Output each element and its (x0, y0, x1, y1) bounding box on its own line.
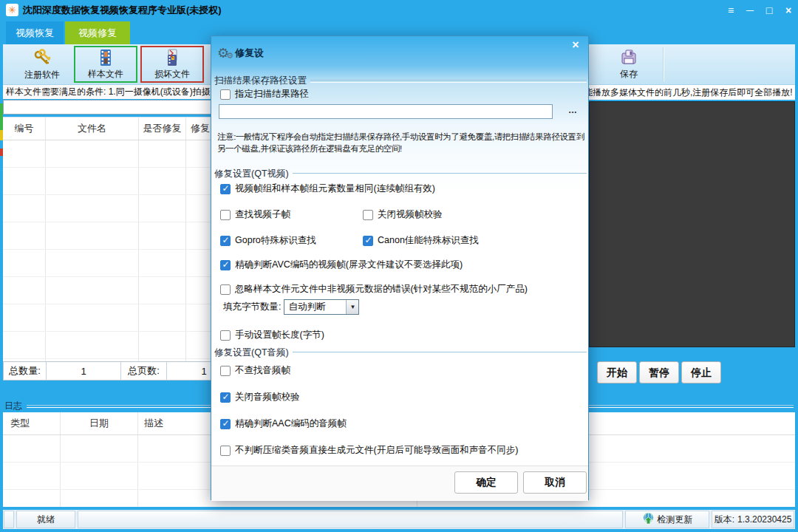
find-subframe-option[interactable]: 查找视频子帧 (220, 208, 290, 221)
canon-marker-option[interactable]: Canon佳能特殊标识查找 (363, 234, 479, 247)
avc-precise-option[interactable]: 精确判断AVC编码的视频帧(屏录文件建议不要选择此项) (220, 259, 463, 271)
start-button[interactable]: 开始 (597, 361, 637, 383)
scan-path-input[interactable] (219, 104, 553, 119)
ignore-meta-error-option[interactable]: 忽略样本文件元文件中非视频元数据的错误(针对某些不规范的小厂产品) (220, 283, 528, 296)
checkbox-label: 精确判断AAC编码的音频帧 (235, 417, 347, 430)
total-pages-label: 总页数: (121, 362, 167, 380)
window-controls: ≡ ─ □ × (721, 4, 798, 16)
manual-frame-length-option[interactable]: 手动设置帧长度(字节) (220, 329, 324, 341)
checkbox-label: Gopro特殊标识查找 (235, 234, 316, 247)
fill-bytes-select[interactable]: 自动判断 ▼ (284, 299, 359, 315)
checkbox-label: 视频帧组和样本帧组元素数量相同(连续帧组有效) (235, 183, 435, 195)
dialog-title: 修复设 (235, 47, 264, 60)
globe-update-icon (642, 512, 655, 527)
checkbox[interactable] (220, 184, 231, 194)
checkbox[interactable] (220, 392, 231, 403)
chevron-down-icon[interactable]: ▼ (346, 300, 358, 314)
version-cell: 版本: 1.3.20230425 (712, 511, 794, 528)
checkbox-label: 忽略样本文件元文件中非视频元数据的错误(针对某些不规范的小厂产品) (235, 283, 528, 296)
col-header-filename: 文件名 (46, 117, 139, 140)
checkbox[interactable] (363, 210, 373, 220)
checkbox[interactable] (220, 89, 231, 100)
checkbox-label: 精确判断AVC编码的视频帧(屏录文件建议不要选择此项) (235, 259, 463, 271)
sample-file-label: 样本文件 (88, 68, 123, 81)
total-count-value: 1 (47, 362, 121, 380)
tab-video-repair[interactable]: 视频修复 (65, 21, 130, 44)
frame-group-equal-option[interactable]: 视频帧组和样本帧组元素数量相同(连续帧组有效) (220, 183, 435, 195)
checkbox-label: 指定扫描结果路径 (235, 88, 309, 100)
dialog-close-icon[interactable]: × (567, 38, 584, 52)
maximize-button[interactable]: □ (760, 4, 779, 16)
browse-button[interactable]: … (565, 106, 581, 117)
close-button[interactable]: × (779, 4, 798, 16)
damaged-file-button[interactable]: 损坏文件 (140, 46, 204, 83)
video-settings-group-caption: 修复设置(QT视频) (214, 168, 587, 180)
playback-notice: 能播放多媒体文件的前几秒,注册保存后即可全部播放! (589, 85, 795, 100)
scan-path-group-caption: 扫描结果保存路径设置 (214, 75, 587, 87)
status-bar: 就绪 检测更新 版本: 1.3.20230425 (3, 510, 795, 529)
stop-button[interactable]: 停止 (681, 361, 721, 383)
pause-button[interactable]: 暂停 (639, 361, 679, 383)
aac-precise-option[interactable]: 精确判断AAC编码的音频帧 (220, 417, 347, 430)
check-update-label: 检测更新 (658, 514, 693, 526)
checkbox[interactable] (220, 236, 231, 246)
check-update-button[interactable]: 检测更新 (625, 511, 709, 528)
film-icon (97, 49, 115, 66)
damaged-file-label: 损坏文件 (154, 68, 190, 81)
gopro-marker-option[interactable]: Gopro特殊标识查找 (220, 234, 316, 247)
disable-video-verify-option[interactable]: 关闭视频帧校验 (363, 208, 443, 221)
toolbar-separator (663, 47, 664, 81)
register-software-button[interactable]: 注册软件 (10, 46, 74, 83)
save-label: 保存 (620, 68, 638, 81)
checkbox[interactable] (363, 236, 373, 246)
col-header-repaired: 是否修复 (139, 117, 186, 140)
col-header-number: 编号 (3, 117, 46, 140)
checkbox[interactable] (220, 419, 231, 429)
fill-bytes-label: 填充字节数量: (223, 301, 281, 313)
log-col-date: 日期 (61, 412, 138, 434)
checkbox[interactable] (220, 330, 231, 341)
keys-icon (33, 48, 52, 67)
checkbox[interactable] (220, 260, 231, 270)
app-logo-icon: ✳ (6, 4, 18, 16)
log-panel-title: 日志 (4, 400, 22, 412)
menu-icon[interactable]: ≡ (721, 4, 740, 16)
checkbox[interactable] (220, 210, 231, 220)
version-value: 1.3.20230425 (737, 514, 791, 525)
checkbox-label: 不判断压缩类音频直接生成元文件(开启后可能导致画面和声音不同步) (235, 444, 518, 457)
log-col-type: 类型 (3, 412, 61, 434)
left-edge-mark-green (0, 103, 3, 130)
checkbox[interactable] (220, 284, 231, 295)
video-preview-area (589, 101, 795, 347)
checkbox-label: Canon佳能特殊标识查找 (378, 234, 479, 247)
total-count-label: 总数量: (4, 362, 47, 380)
fill-bytes-value: 自动判断 (288, 301, 325, 312)
left-edge-mark-red (0, 149, 3, 156)
register-software-label: 注册软件 (24, 69, 60, 81)
no-compressed-audio-option[interactable]: 不判断压缩类音频直接生成元文件(开启后可能导致画面和声音不同步) (220, 444, 518, 457)
save-button[interactable]: 保存 (597, 46, 661, 83)
ok-button[interactable]: 确定 (454, 471, 518, 494)
sample-file-button[interactable]: 样本文件 (74, 46, 137, 83)
no-audio-frame-option[interactable]: 不查找音频帧 (220, 364, 290, 377)
tab-video-recover[interactable]: 视频恢复 (6, 21, 64, 44)
gear-small-icon: ⚙ (226, 52, 233, 60)
minimize-button[interactable]: ─ (740, 4, 760, 16)
checkbox-label: 不查找音频帧 (235, 364, 290, 377)
specify-scan-path-option[interactable]: 指定扫描结果路径 (220, 88, 309, 100)
checkbox[interactable] (220, 366, 231, 376)
damaged-film-icon (163, 49, 181, 66)
left-edge-mark-yellow (0, 130, 3, 140)
window-title: 沈阳深度数据恢复视频恢复程序专业版(未授权) (23, 4, 222, 17)
disable-audio-verify-option[interactable]: 关闭音频帧校验 (220, 391, 300, 403)
app-window: ✳ 沈阳深度数据恢复视频恢复程序专业版(未授权) ≡ ─ □ × 视频恢复 视频… (0, 0, 798, 532)
cancel-button[interactable]: 取消 (523, 471, 587, 494)
scan-path-note: 注意:一般情况下程序会自动指定扫描结果保存路径,手动设置时为了避免覆盖,请把扫描… (217, 131, 587, 154)
status-ready: 就绪 (16, 511, 75, 528)
dialog-title-row: ⚙ ⚙ 修复设 (217, 47, 264, 60)
checkbox-label: 关闭音频帧校验 (235, 391, 300, 403)
checkbox[interactable] (220, 446, 231, 456)
repair-settings-dialog: × ⚙ ⚙ 修复设 扫描结果保存路径设置 指定扫描结果路径 … 注意:一般情况下… (211, 35, 589, 500)
dialog-footer: 确定 取消 (211, 466, 588, 501)
checkbox-label: 手动设置帧长度(字节) (235, 329, 324, 341)
